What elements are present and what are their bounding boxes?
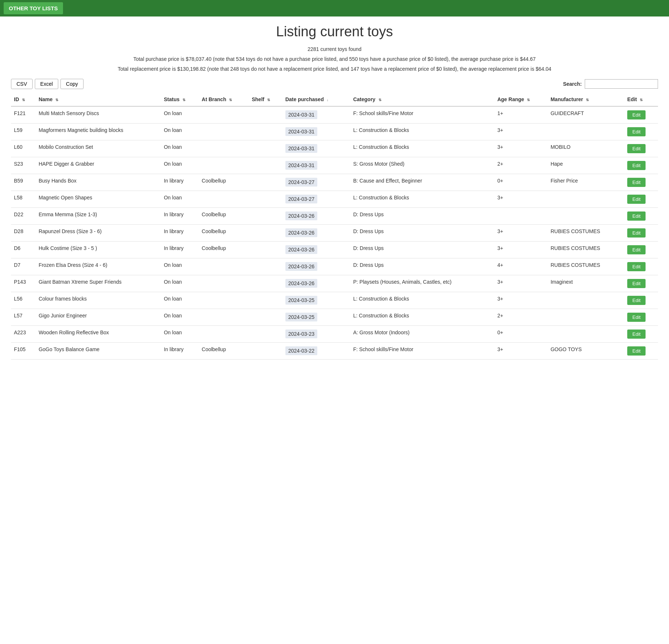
cell-edit[interactable]: Edit <box>624 242 658 258</box>
cell-age-range: 0+ <box>494 326 547 343</box>
cell-name: Mobilo Construction Set <box>36 140 161 157</box>
cell-id: A223 <box>11 326 36 343</box>
col-manufacturer[interactable]: Manufacturer ⇅ <box>548 93 624 106</box>
cell-edit[interactable]: Edit <box>624 326 658 343</box>
cell-edit[interactable]: Edit <box>624 174 658 191</box>
cell-category: F: School skills/Fine Motor <box>350 106 494 124</box>
edit-button[interactable]: Edit <box>627 127 646 136</box>
edit-button[interactable]: Edit <box>627 262 646 271</box>
search-label: Search: <box>563 81 582 87</box>
other-toy-lists-button[interactable]: OTHER TOY LISTS <box>4 2 63 14</box>
edit-button[interactable]: Edit <box>627 195 646 204</box>
cell-shelf <box>249 140 282 157</box>
edit-button[interactable]: Edit <box>627 313 646 322</box>
edit-button[interactable]: Edit <box>627 228 646 238</box>
cell-edit[interactable]: Edit <box>624 225 658 242</box>
cell-edit[interactable]: Edit <box>624 343 658 360</box>
copy-button[interactable]: Copy <box>60 79 84 89</box>
excel-button[interactable]: Excel <box>35 79 58 89</box>
table-row: L60Mobilo Construction SetOn loan2024-03… <box>11 140 658 157</box>
cell-date: 2024-03-26 <box>282 225 350 242</box>
cell-edit[interactable]: Edit <box>624 157 658 174</box>
cell-edit[interactable]: Edit <box>624 191 658 208</box>
cell-category: L: Construction & Blocks <box>350 124 494 140</box>
table-row: F121Multi Match Sensory DiscsOn loan2024… <box>11 106 658 124</box>
cell-category: L: Construction & Blocks <box>350 140 494 157</box>
col-category[interactable]: Category ⇅ <box>350 93 494 106</box>
cell-edit[interactable]: Edit <box>624 124 658 140</box>
cell-age-range: 3+ <box>494 140 547 157</box>
cell-edit[interactable]: Edit <box>624 275 658 292</box>
cell-edit[interactable]: Edit <box>624 309 658 326</box>
cell-status: In library <box>161 242 199 258</box>
cell-date: 2024-03-31 <box>282 106 350 124</box>
cell-shelf <box>249 174 282 191</box>
col-id[interactable]: ID ⇅ <box>11 93 36 106</box>
cell-edit[interactable]: Edit <box>624 258 658 275</box>
edit-button[interactable]: Edit <box>627 110 646 119</box>
cell-at-branch <box>199 124 249 140</box>
table-row: D28Rapunzel Dress (Size 3 - 6)In library… <box>11 225 658 242</box>
edit-button[interactable]: Edit <box>627 296 646 305</box>
cell-manufacturer <box>548 208 624 225</box>
table-row: P143Giant Batman Xtreme Super FriendsOn … <box>11 275 658 292</box>
cell-id: S23 <box>11 157 36 174</box>
cell-edit[interactable]: Edit <box>624 140 658 157</box>
sort-arrows-date: ↓ <box>327 98 329 102</box>
col-age-range[interactable]: Age Range ⇅ <box>494 93 547 106</box>
edit-button[interactable]: Edit <box>627 346 646 356</box>
edit-button[interactable]: Edit <box>627 211 646 221</box>
cell-date: 2024-03-27 <box>282 191 350 208</box>
sort-arrows-id: ⇅ <box>22 98 25 102</box>
edit-button[interactable]: Edit <box>627 178 646 187</box>
col-shelf[interactable]: Shelf ⇅ <box>249 93 282 106</box>
export-buttons: CSV Excel Copy <box>11 79 84 89</box>
cell-edit[interactable]: Edit <box>624 292 658 309</box>
cell-date: 2024-03-22 <box>282 343 350 360</box>
cell-name: Giant Batman Xtreme Super Friends <box>36 275 161 292</box>
edit-button[interactable]: Edit <box>627 279 646 288</box>
cell-edit[interactable]: Edit <box>624 106 658 124</box>
csv-button[interactable]: CSV <box>11 79 33 89</box>
purchase-summary: Total purchase price is $78,037.40 (note… <box>11 55 658 63</box>
cell-status: On loan <box>161 191 199 208</box>
cell-at-branch: Coolbellup <box>199 242 249 258</box>
cell-id: P143 <box>11 275 36 292</box>
cell-name: HAPE Digger & Grabber <box>36 157 161 174</box>
cell-name: Busy Hands Box <box>36 174 161 191</box>
cell-at-branch <box>199 275 249 292</box>
cell-shelf <box>249 343 282 360</box>
cell-category: S: Gross Motor (Shed) <box>350 157 494 174</box>
edit-button[interactable]: Edit <box>627 245 646 254</box>
edit-button[interactable]: Edit <box>627 330 646 339</box>
cell-name: Frozen Elsa Dress (Size 4 - 6) <box>36 258 161 275</box>
table-row: L56Colour frames blocksOn loan2024-03-25… <box>11 292 658 309</box>
edit-button[interactable]: Edit <box>627 161 646 170</box>
table-row: L59Magformers Magnetic building blocksOn… <box>11 124 658 140</box>
cell-at-branch <box>199 258 249 275</box>
col-date-purchased[interactable]: Date purchased ↓ <box>282 93 350 106</box>
header-row: ID ⇅ Name ⇅ Status ⇅ At Branch ⇅ Shelf ⇅… <box>11 93 658 106</box>
cell-shelf <box>249 242 282 258</box>
col-name[interactable]: Name ⇅ <box>36 93 161 106</box>
col-at-branch[interactable]: At Branch ⇅ <box>199 93 249 106</box>
cell-age-range: 3+ <box>494 242 547 258</box>
cell-status: On loan <box>161 275 199 292</box>
search-input[interactable] <box>585 79 658 89</box>
sort-arrows-edit: ⇅ <box>640 98 643 102</box>
cell-date: 2024-03-31 <box>282 157 350 174</box>
table-row: F105GoGo Toys Balance GameIn libraryCool… <box>11 343 658 360</box>
cell-category: L: Construction & Blocks <box>350 309 494 326</box>
cell-edit[interactable]: Edit <box>624 208 658 225</box>
sort-arrows-shelf: ⇅ <box>267 98 270 102</box>
col-edit[interactable]: Edit ⇅ <box>624 93 658 106</box>
cell-id: L58 <box>11 191 36 208</box>
cell-status: In library <box>161 225 199 242</box>
cell-at-branch: Coolbellup <box>199 174 249 191</box>
col-status[interactable]: Status ⇅ <box>161 93 199 106</box>
cell-date: 2024-03-31 <box>282 124 350 140</box>
cell-status: On loan <box>161 106 199 124</box>
edit-button[interactable]: Edit <box>627 144 646 153</box>
table-row: D7Frozen Elsa Dress (Size 4 - 6)On loan2… <box>11 258 658 275</box>
sort-arrows-manufacturer: ⇅ <box>586 98 589 102</box>
